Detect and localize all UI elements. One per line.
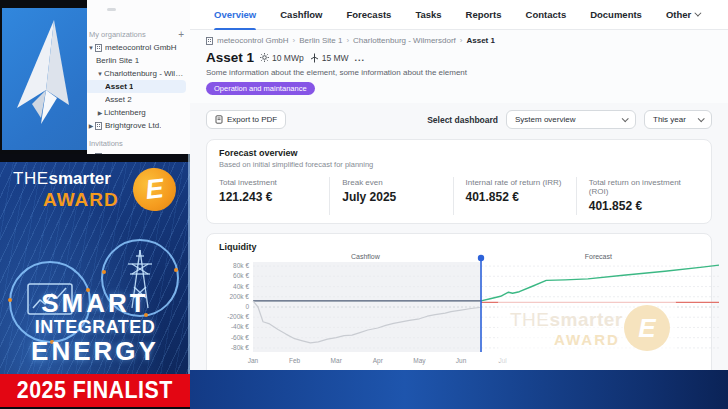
sidebar-item-charlottenburg-wilme-[interactable]: ▼Charlottenburg - Wilme... (85, 67, 190, 80)
tab-tasks[interactable]: Tasks (415, 0, 441, 30)
my-organizations-label: My organizations (89, 30, 146, 39)
asset-description: Some information about the element, some… (206, 68, 712, 77)
document-icon (215, 115, 223, 124)
overlay-bottom-band (190, 370, 728, 409)
tab-reports[interactable]: Reports (466, 0, 502, 30)
sidebar-item-lichtenberg[interactable]: ▶Lichtenberg (85, 106, 190, 119)
tab-label: Overview (214, 9, 256, 20)
y-tick-label: -200k € (227, 313, 249, 320)
asset-header: meteocontrol GmbH›Berlin Site 1›Charlott… (190, 30, 728, 103)
organization-tree: ▼meteocontrol GmbHBerlin Site 1▼Charlott… (85, 41, 190, 132)
tab-label: Reports (466, 9, 502, 20)
caret-down-icon[interactable]: ▼ (87, 45, 95, 51)
status-badge: Operation and maintanance (206, 82, 315, 95)
sidebar-item-label: Berlin Site 1 (96, 56, 139, 65)
select-dashboard-label: Select dashboard (427, 115, 498, 125)
forecast-overview-card: Forecast overview Based on initial simpl… (206, 139, 712, 224)
x-tick-label: Jul (498, 357, 507, 364)
caret-right-icon[interactable]: ▶ (96, 109, 104, 116)
breadcrumb-item[interactable]: meteocontrol GmbH (217, 36, 289, 45)
finalist-banner: 2025 FINALIST (0, 374, 190, 409)
x-tick-label: Mar (331, 357, 343, 364)
breadcrumb: meteocontrol GmbH›Berlin Site 1›Charlott… (206, 36, 712, 45)
stat-break-even: Break evenJuly 2025 (329, 177, 452, 215)
breadcrumb-separator: › (346, 36, 349, 45)
sun-icon (260, 53, 269, 62)
sidebar-item-label: Asset 2 (105, 95, 132, 104)
breadcrumb-separator: › (460, 36, 463, 45)
main-content: OverviewCashflowForecastsTasksReportsCon… (190, 0, 728, 409)
video-thumbnail (0, 0, 87, 158)
stat-value: 401.852 € (466, 190, 576, 204)
stat-internal-rate-of-return-irr-: Internal rate of return (IRR)401.852 € (453, 177, 576, 215)
tab-contacts[interactable]: Contacts (526, 0, 567, 30)
series-forecast-for-fundraising (481, 265, 719, 301)
sidebar-item-brightgrove-ltd-[interactable]: ▶Brightgrove Ltd. (85, 119, 190, 132)
stat-value: 121.243 € (219, 190, 329, 204)
tab-label: Documents (590, 9, 642, 20)
dashboard-select[interactable]: System overview (506, 110, 636, 129)
sidebar-item-label: Brightgrove Ltd. (105, 121, 161, 130)
more-options-button[interactable]: ... (355, 53, 366, 63)
chevron-down-icon (622, 115, 629, 122)
tab-cashflow[interactable]: Cashflow (280, 0, 322, 30)
add-organization-button[interactable]: + (178, 31, 184, 39)
period-select[interactable]: This year (644, 110, 712, 129)
tab-label: Contacts (526, 9, 567, 20)
sidebar-item-asset-2[interactable]: Asset 2 (85, 93, 190, 106)
tab-label: Other (666, 9, 691, 20)
breadcrumb-separator: › (293, 36, 296, 45)
breadcrumb-item[interactable]: Asset 1 (466, 36, 494, 45)
sidebar-collapse-handle[interactable] (107, 8, 116, 11)
y-tick-label: 200k € (229, 293, 249, 300)
award-overlay: THEsmarter AWARD E (0, 154, 190, 409)
caret-down-icon[interactable]: ▼ (96, 71, 104, 77)
screenshot-stage: My organizations + ▼meteocontrol GmbHBer… (0, 0, 728, 409)
sidebar-item-berlin-site-1[interactable]: Berlin Site 1 (85, 54, 190, 67)
forecast-overview-title: Forecast overview (219, 148, 699, 158)
sidebar-item-label: Charlottenburg - Wilme... (104, 69, 187, 78)
paper-plane-icon (2, 8, 87, 150)
sidebar-item-label: Lichtenberg (104, 108, 146, 117)
y-tick-label: 80k € (233, 262, 249, 269)
x-tick-label: Feb (289, 357, 301, 364)
building-icon (95, 44, 102, 52)
breadcrumb-item[interactable]: Berlin Site 1 (299, 36, 342, 45)
capacity-mw: 15 MW (310, 53, 349, 63)
y-tick-label: 60k € (233, 272, 249, 279)
capacity-mwp: 10 MWp (260, 53, 304, 63)
tab-overview[interactable]: Overview (214, 0, 256, 30)
liquidity-chart-svg: 80k €60k €40k €200k €0-200k €-40k €-60k … (219, 252, 725, 372)
stats-row: Total investment121.243 €Break evenJuly … (219, 177, 699, 215)
breadcrumb-item[interactable]: Charlottenburg - Wilmersdorf (353, 36, 456, 45)
current-date-marker-dot (478, 255, 484, 261)
sidebar-item-asset-1[interactable]: Asset 1 (85, 80, 186, 93)
stat-value: 401.852 € (589, 199, 699, 213)
toolbar: Export to PDF Select dashboard System ov… (190, 103, 728, 129)
tab-other[interactable]: Other (666, 0, 699, 30)
y-tick-label: -80k € (231, 344, 249, 351)
tab-label: Forecasts (346, 9, 391, 20)
stat-total-return-on-investment-roi-: Total return on investment (ROI)401.852 … (576, 177, 699, 215)
stat-label: Total return on investment (ROI) (589, 178, 699, 196)
sidebar-item-label: meteocontrol GmbH (105, 43, 177, 52)
liquidity-title: Liquidity (219, 242, 699, 252)
stat-label: Break even (342, 178, 452, 187)
chevron-down-icon (698, 115, 705, 122)
tab-label: Cashflow (280, 9, 322, 20)
wind-turbine-icon (310, 53, 319, 63)
y-tick-label: -60k € (231, 334, 249, 341)
tab-label: Tasks (415, 9, 441, 20)
stat-label: Internal rate of return (IRR) (466, 178, 576, 187)
export-pdf-button[interactable]: Export to PDF (206, 110, 286, 129)
the-smarter-e-logo: THEsmarter AWARD (13, 170, 119, 209)
building-icon (206, 37, 213, 45)
stat-label: Total investment (219, 178, 329, 187)
tab-bar: OverviewCashflowForecastsTasksReportsCon… (190, 0, 728, 30)
sidebar-item-meteocontrol-gmbh[interactable]: ▼meteocontrol GmbH (85, 41, 190, 54)
tab-documents[interactable]: Documents (590, 0, 642, 30)
caret-right-icon[interactable]: ▶ (87, 122, 95, 129)
x-tick-label: Jan (248, 357, 259, 364)
tab-forecasts[interactable]: Forecasts (346, 0, 391, 30)
invitations-label: Invitations (89, 139, 123, 148)
